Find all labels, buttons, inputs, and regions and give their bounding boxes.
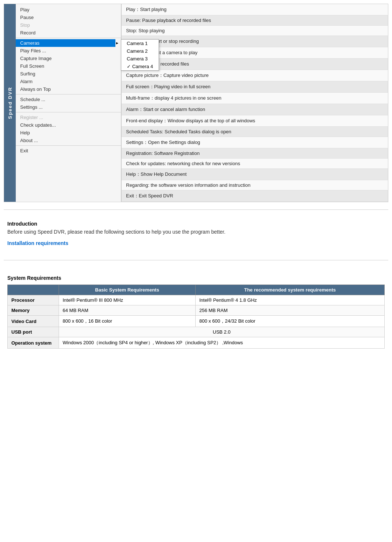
- row-recommended-memory: 256 MB RAM: [195, 305, 384, 316]
- desc-row-13: Registration: Software Registration: [122, 148, 388, 159]
- menu-item-play-files[interactable]: Play Files ...: [16, 47, 121, 55]
- row-label-processor: Processor: [8, 295, 59, 305]
- desc-row-5: Play files：Play recorded files: [122, 59, 388, 70]
- submenu-camera2[interactable]: Camera 2: [121, 47, 159, 55]
- requirements-table: Basic System Requirements The recommende…: [7, 285, 385, 349]
- menu-item-pause[interactable]: Pause: [16, 14, 121, 21]
- row-basic-processor: Intel® Pentium® III 800 MHz: [59, 295, 196, 305]
- table-row-memory: Memory 64 MB RAM 256 MB RAM: [8, 305, 385, 316]
- menu-item-surfing[interactable]: Surfing: [16, 70, 121, 78]
- top-section: Speed DVR Play Pause Stop Record Cameras…: [4, 4, 388, 202]
- section-divider-2: [4, 260, 388, 260]
- row-recommended-processor: Intel® Pentium® 4 1.8 GHz: [195, 295, 384, 305]
- menu-item-stop[interactable]: Stop: [16, 21, 121, 29]
- table-row-processor: Processor Intel® Pentium® III 800 MHz In…: [8, 295, 385, 305]
- row-usb-merged: USB 2.0: [59, 327, 385, 337]
- system-requirements-section: System Requirements Basic System Require…: [0, 268, 392, 352]
- desc-row-6: Capture picture：Capture video picture: [122, 70, 388, 81]
- intro-text: Before using Speed DVR, please read the …: [7, 229, 385, 235]
- desc-row-0: Play：Start playing: [122, 4, 388, 15]
- cameras-submenu-arrow: ►: [115, 41, 119, 45]
- menu-panel: Speed DVR Play Pause Stop Record Cameras…: [4, 4, 121, 202]
- desc-row-11: Scheduled Tasks: Scheduled Tasks dialog …: [122, 127, 388, 137]
- desc-row-7: Full screen：Playing video in full screen: [122, 81, 388, 93]
- row-label-video-card: Video Card: [8, 316, 59, 327]
- desc-row-15: Help：Show Help Document: [122, 169, 388, 180]
- desc-row-4: Camera：Select a camera to play: [122, 47, 388, 59]
- row-label-os: Operation system: [8, 337, 59, 349]
- menu-item-full-screen[interactable]: Full Screen: [16, 62, 121, 70]
- desc-row-10: Front-end display：Window displays at the…: [122, 115, 388, 127]
- desc-row-17: Exit：Exit Speed DVR: [122, 190, 388, 202]
- desc-row-14: Check for updates: networking check for …: [122, 159, 388, 169]
- menu-item-alarm[interactable]: Alarm: [16, 78, 121, 85]
- section-divider-1: [4, 209, 388, 210]
- row-label-usb: USB port: [8, 327, 59, 337]
- submenu-camera3[interactable]: Camera 3: [121, 55, 159, 63]
- menu-item-about[interactable]: About ...: [16, 137, 121, 144]
- menu-item-play[interactable]: Play: [16, 6, 121, 14]
- system-requirements-title: System Requirements: [7, 275, 385, 281]
- menu-item-check-updates[interactable]: Check updates...: [16, 121, 121, 129]
- desc-row-3: Recording：start or stop recording: [122, 36, 388, 47]
- menu-content: Play Pause Stop Record Cameras ► Camera …: [16, 4, 121, 202]
- desc-row-12: Settings：Open the Settings dialog: [122, 137, 388, 148]
- desc-row-8: Multi-frame：display 4 pictures in one sc…: [122, 93, 388, 104]
- menu-item-settings[interactable]: Settings ...: [16, 103, 121, 111]
- desc-row-2: Stop: Stop playing: [122, 26, 388, 36]
- intro-title: Introduction: [7, 221, 385, 227]
- row-label-memory: Memory: [8, 305, 59, 316]
- row-basic-video-card: 800 x 600，16 Bit color: [59, 316, 196, 327]
- menu-sep-3: [16, 112, 121, 112]
- col-header-recommended: The recommended system requirements: [195, 285, 384, 295]
- table-row-usb: USB port USB 2.0: [8, 327, 385, 337]
- table-row-video-card: Video Card 800 x 600，16 Bit color 800 x …: [8, 316, 385, 327]
- row-os-merged: Windows 2000（including SP4 or higher）, W…: [59, 337, 385, 349]
- desc-row-9: Alarm：Start or cancel alarm function: [122, 104, 388, 115]
- menu-item-help[interactable]: Help: [16, 129, 121, 137]
- desc-row-16: Regarding: the software version informat…: [122, 180, 388, 190]
- col-header-basic: Basic System Requirements: [59, 285, 196, 295]
- menu-item-always-on-top[interactable]: Always on Top: [16, 85, 121, 93]
- dvr-sidebar-label: Speed DVR: [4, 4, 16, 202]
- menu-item-exit[interactable]: Exit: [16, 147, 121, 155]
- menu-item-record[interactable]: Record: [16, 29, 121, 37]
- row-recommended-video-card: 800 x 600，24/32 Bit color: [195, 316, 384, 327]
- menu-item-capture-image[interactable]: Capture Image: [16, 55, 121, 62]
- menu-sep-4: [16, 145, 121, 146]
- table-header-row: Basic System Requirements The recommende…: [8, 285, 385, 295]
- descriptions-panel: Play：Start playing Pause: Pause playback…: [121, 4, 388, 202]
- submenu-camera4[interactable]: Camera 4: [121, 63, 159, 70]
- menu-item-schedule[interactable]: Schedule ...: [16, 96, 121, 103]
- row-basic-memory: 64 MB RAM: [59, 305, 196, 316]
- menu-sep-2: [16, 94, 121, 94]
- table-row-os: Operation system Windows 2000（including …: [8, 337, 385, 349]
- cameras-submenu: Camera 1 Camera 2 Camera 3 Camera 4: [121, 39, 159, 71]
- menu-item-cameras-container[interactable]: Cameras ► Camera 1 Camera 2 Camera 3 Cam…: [16, 39, 121, 47]
- intro-section: Introduction Before using Speed DVR, ple…: [0, 217, 392, 253]
- menu-sep-1: [16, 38, 121, 38]
- col-header-empty: [8, 285, 59, 295]
- menu-item-register[interactable]: Register ...: [16, 114, 121, 121]
- desc-row-1: Pause: Pause playback of recorded files: [122, 15, 388, 26]
- install-title: Installation requirements: [7, 240, 385, 246]
- menu-item-cameras[interactable]: Cameras: [16, 39, 115, 47]
- submenu-camera1[interactable]: Camera 1: [121, 40, 159, 47]
